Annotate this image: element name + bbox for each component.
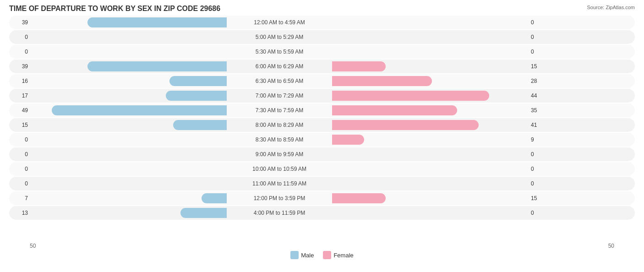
bar-female [332, 120, 479, 130]
bars-right [332, 135, 529, 145]
bars-left [30, 208, 227, 218]
female-value: 15 [529, 195, 550, 201]
legend-female-label: Female [333, 252, 353, 259]
bars-left [30, 193, 227, 203]
bar-male [52, 105, 227, 115]
bars-left [30, 61, 227, 71]
chart-row: 05:00 AM to 5:29 AM0 [9, 30, 635, 44]
legend-male: Male [290, 251, 314, 259]
bars-left [30, 17, 227, 27]
chart-area: 3912:00 AM to 4:59 AM005:00 AM to 5:29 A… [9, 16, 635, 242]
female-value: 0 [529, 49, 550, 55]
female-value: 35 [529, 107, 550, 114]
bars-right [332, 120, 529, 130]
chart-row: 396:00 AM to 6:29 AM15 [9, 60, 635, 73]
bars-right [332, 105, 529, 115]
bar-male [180, 208, 227, 218]
bar-male [166, 91, 227, 101]
time-label: 10:00 AM to 10:59 AM [227, 166, 332, 172]
chart-row: 05:30 AM to 5:59 AM0 [9, 45, 635, 59]
female-value: 0 [529, 210, 550, 216]
bar-male [87, 17, 227, 27]
bars-left [30, 120, 227, 130]
chart-row: 158:00 AM to 8:29 AM41 [9, 118, 635, 132]
chart-row: 08:30 AM to 8:59 AM9 [9, 133, 635, 147]
bars-right [332, 193, 529, 203]
source-text: Source: ZipAtlas.com [587, 5, 635, 10]
chart-row: 497:30 AM to 7:59 AM35 [9, 103, 635, 117]
chart-row: 134:00 PM to 11:59 PM0 [9, 206, 635, 220]
male-value: 0 [9, 49, 30, 55]
legend: Male Female [9, 251, 635, 259]
bar-female [332, 193, 386, 203]
bar-female [332, 105, 457, 115]
female-value: 0 [529, 19, 550, 26]
chart-row: 166:30 AM to 6:59 AM28 [9, 74, 635, 88]
time-label: 7:30 AM to 7:59 AM [227, 107, 332, 114]
male-value: 0 [9, 151, 30, 158]
bar-female [332, 61, 386, 71]
female-value: 9 [529, 136, 550, 143]
chart-row: 177:00 AM to 7:29 AM44 [9, 89, 635, 103]
chart-row: 010:00 AM to 10:59 AM0 [9, 162, 635, 176]
bars-left [30, 105, 227, 115]
bar-male [169, 76, 227, 86]
time-label: 5:00 AM to 5:29 AM [227, 34, 332, 40]
bar-male [173, 120, 227, 130]
female-value: 0 [529, 34, 550, 40]
male-value: 15 [9, 122, 30, 128]
legend-female: Female [323, 251, 353, 259]
axis-right-label: 50 [608, 243, 614, 249]
male-value: 0 [9, 180, 30, 187]
bars-right [332, 76, 529, 86]
chart-title: TIME OF DEPARTURE TO WORK BY SEX IN ZIP … [9, 5, 635, 13]
time-label: 12:00 PM to 3:59 PM [227, 195, 332, 201]
axis-left-label: 50 [30, 243, 36, 249]
male-value: 7 [9, 195, 30, 201]
bars-right [332, 61, 529, 71]
axis-labels: 50 50 [9, 243, 635, 249]
female-value: 0 [529, 180, 550, 187]
male-value: 13 [9, 210, 30, 216]
female-value: 15 [529, 63, 550, 70]
male-value: 0 [9, 136, 30, 143]
bar-female [332, 76, 432, 86]
time-label: 12:00 AM to 4:59 AM [227, 19, 332, 26]
time-label: 8:00 AM to 8:29 AM [227, 122, 332, 128]
bar-male [202, 193, 227, 203]
female-value: 28 [529, 78, 550, 84]
chart-row: 011:00 AM to 11:59 AM0 [9, 177, 635, 190]
male-value: 17 [9, 92, 30, 99]
male-value: 0 [9, 34, 30, 40]
male-value: 39 [9, 63, 30, 70]
legend-male-label: Male [301, 252, 314, 259]
chart-container: TIME OF DEPARTURE TO WORK BY SEX IN ZIP … [0, 0, 644, 272]
time-label: 7:00 AM to 7:29 AM [227, 92, 332, 99]
time-label: 8:30 AM to 8:59 AM [227, 136, 332, 143]
bars-left [30, 76, 227, 86]
bars-right [332, 91, 529, 101]
bar-female [332, 91, 489, 101]
male-value: 16 [9, 78, 30, 84]
time-label: 9:00 AM to 9:59 AM [227, 151, 332, 158]
chart-row: 09:00 AM to 9:59 AM0 [9, 147, 635, 161]
chart-row: 712:00 PM to 3:59 PM15 [9, 191, 635, 205]
time-label: 5:30 AM to 5:59 AM [227, 49, 332, 55]
bar-female [332, 135, 364, 145]
male-value: 0 [9, 166, 30, 172]
female-value: 0 [529, 151, 550, 158]
female-value: 0 [529, 166, 550, 172]
male-value: 49 [9, 107, 30, 114]
bar-male [87, 61, 227, 71]
legend-female-box [323, 251, 331, 259]
time-label: 4:00 PM to 11:59 PM [227, 210, 332, 216]
female-value: 41 [529, 122, 550, 128]
time-label: 11:00 AM to 11:59 AM [227, 180, 332, 187]
time-label: 6:30 AM to 6:59 AM [227, 78, 332, 84]
chart-row: 3912:00 AM to 4:59 AM0 [9, 16, 635, 29]
bars-left [30, 91, 227, 101]
legend-male-box [290, 251, 299, 259]
time-label: 6:00 AM to 6:29 AM [227, 63, 332, 70]
female-value: 44 [529, 92, 550, 99]
male-value: 39 [9, 19, 30, 26]
